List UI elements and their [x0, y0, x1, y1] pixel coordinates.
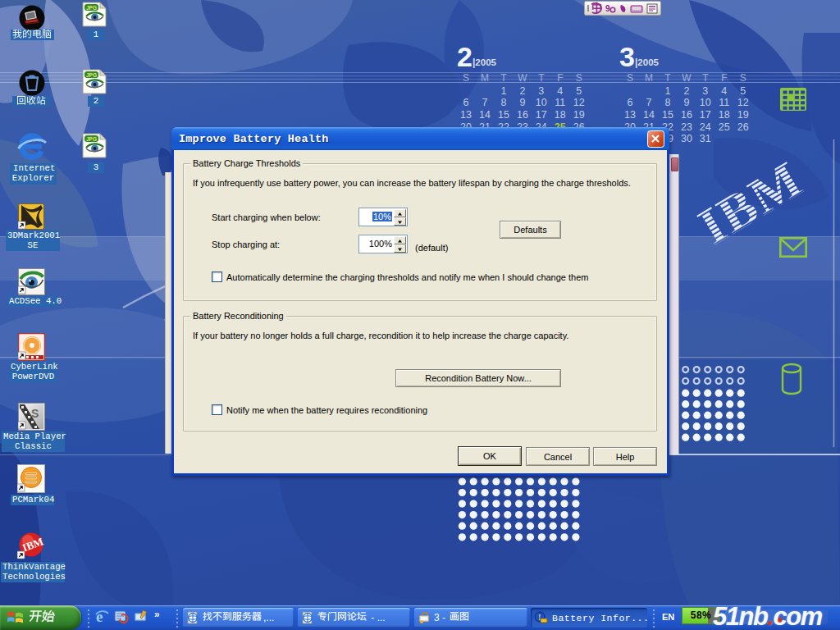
svg-text:T: T [702, 72, 709, 84]
svg-text:3: 3 [619, 41, 635, 72]
svg-text:7: 7 [646, 97, 652, 108]
svg-text:15: 15 [662, 109, 673, 121]
svg-text:W: W [682, 72, 692, 84]
svg-text:S: S [576, 72, 582, 84]
svg-text:31: 31 [700, 133, 711, 144]
svg-text:e: e [96, 608, 103, 625]
svg-text:5: 5 [740, 85, 746, 97]
svg-text:F: F [557, 72, 563, 84]
svg-text:3: 3 [538, 85, 544, 97]
svg-text:24: 24 [700, 121, 711, 133]
svg-text:JPG: JPG [86, 136, 97, 142]
svg-text:1: 1 [664, 85, 670, 97]
svg-text:4: 4 [557, 85, 563, 97]
svg-text:9: 9 [605, 4, 610, 13]
svg-text:14: 14 [643, 109, 655, 121]
svg-text:23: 23 [681, 121, 692, 133]
svg-text:19: 19 [573, 109, 585, 121]
svg-text:12: 12 [573, 97, 585, 108]
svg-text:JPG: JPG [86, 72, 97, 78]
svg-text:16: 16 [517, 109, 528, 121]
svg-text:18: 18 [719, 109, 730, 121]
svg-text:S: S [627, 72, 633, 84]
svg-text:11: 11 [555, 97, 565, 108]
svg-text:JPG: JPG [86, 5, 97, 11]
svg-text:»: » [154, 609, 160, 620]
svg-text:S: S [740, 72, 746, 84]
svg-text:2: 2 [683, 85, 689, 97]
svg-text:11: 11 [719, 97, 729, 108]
svg-text:12: 12 [737, 97, 749, 108]
svg-text:13: 13 [624, 109, 636, 121]
svg-text:|2005: |2005 [472, 57, 497, 68]
svg-text:3: 3 [702, 85, 708, 97]
svg-text:4: 4 [721, 85, 727, 97]
svg-text:6: 6 [463, 97, 469, 108]
svg-text:25: 25 [719, 121, 730, 133]
svg-text:17: 17 [700, 109, 711, 121]
svg-text:W: W [518, 72, 527, 84]
svg-text:16: 16 [681, 109, 692, 121]
svg-text:6: 6 [628, 97, 633, 108]
svg-text:18: 18 [555, 109, 566, 121]
svg-text:T: T [664, 72, 671, 84]
svg-text:26: 26 [737, 121, 749, 133]
svg-text:T: T [500, 72, 507, 84]
svg-text:F: F [721, 72, 727, 84]
svg-text:9: 9 [519, 97, 525, 108]
svg-text:5: 5 [576, 85, 582, 97]
svg-text:30: 30 [681, 133, 692, 144]
svg-text:10: 10 [536, 97, 547, 108]
svg-text:M: M [645, 72, 653, 84]
svg-text:10: 10 [700, 97, 711, 108]
svg-text:S: S [31, 407, 39, 420]
svg-text:8: 8 [500, 97, 506, 108]
svg-text:|2005: |2005 [635, 57, 660, 68]
svg-text:19: 19 [737, 109, 749, 121]
svg-text:T: T [538, 72, 545, 84]
svg-text:8: 8 [664, 97, 670, 108]
svg-text:2: 2 [457, 41, 472, 72]
svg-text:2: 2 [519, 85, 525, 97]
svg-text:S: S [463, 72, 469, 84]
svg-text:17: 17 [536, 109, 547, 121]
svg-text:14: 14 [479, 109, 491, 121]
svg-text:7: 7 [482, 97, 488, 108]
svg-text:1: 1 [500, 85, 506, 97]
svg-text:13: 13 [460, 109, 472, 121]
svg-text:9: 9 [683, 97, 689, 108]
svg-text:M: M [481, 72, 489, 84]
svg-text:15: 15 [498, 109, 509, 121]
